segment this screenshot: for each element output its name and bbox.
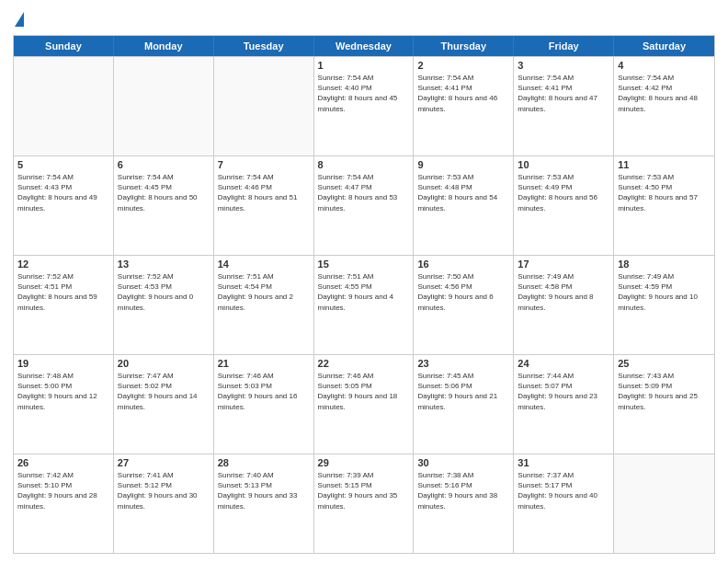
day-info: Sunrise: 7:48 AMSunset: 5:00 PMDaylight:… [17,371,109,412]
cal-cell: 30Sunrise: 7:38 AMSunset: 5:16 PMDayligh… [414,454,514,553]
header-monday: Monday [114,36,214,56]
day-info: Sunrise: 7:54 AMSunset: 4:41 PMDaylight:… [417,73,509,114]
cal-cell: 8Sunrise: 7:54 AMSunset: 4:47 PMDaylight… [314,156,415,255]
day-number: 29 [318,457,410,468]
day-info: Sunrise: 7:45 AMSunset: 5:06 PMDaylight:… [417,371,509,412]
day-number: 4 [618,60,711,71]
day-number: 21 [218,358,310,369]
day-number: 2 [417,60,509,71]
day-info: Sunrise: 7:52 AMSunset: 4:51 PMDaylight:… [17,271,109,313]
day-number: 14 [218,259,310,270]
logo-triangle-icon [15,12,24,27]
cal-cell: 10Sunrise: 7:53 AMSunset: 4:49 PMDayligh… [514,156,614,255]
day-number: 20 [118,358,210,369]
day-number: 9 [417,159,509,170]
day-info: Sunrise: 7:53 AMSunset: 4:49 PMDaylight:… [518,172,609,213]
week-row-4: 19Sunrise: 7:48 AMSunset: 5:00 PMDayligh… [14,354,714,454]
cal-cell: 27Sunrise: 7:41 AMSunset: 5:12 PMDayligh… [114,454,214,553]
day-number: 25 [618,358,711,369]
day-number: 28 [218,457,310,468]
day-info: Sunrise: 7:38 AMSunset: 5:16 PMDaylight:… [417,470,509,511]
week-row-5: 26Sunrise: 7:42 AMSunset: 5:10 PMDayligh… [14,454,714,553]
day-info: Sunrise: 7:54 AMSunset: 4:47 PMDaylight:… [318,172,410,213]
cal-cell: 5Sunrise: 7:54 AMSunset: 4:43 PMDaylight… [14,156,114,255]
cal-cell: 3Sunrise: 7:54 AMSunset: 4:41 PMDaylight… [514,57,614,155]
cal-cell: 18Sunrise: 7:49 AMSunset: 4:59 PMDayligh… [614,256,714,354]
logo [13,13,24,29]
cal-cell: 29Sunrise: 7:39 AMSunset: 5:15 PMDayligh… [314,454,415,553]
cal-cell: 7Sunrise: 7:54 AMSunset: 4:46 PMDaylight… [214,156,314,255]
day-number: 19 [17,358,109,369]
day-number: 6 [118,159,210,170]
cal-cell: 22Sunrise: 7:46 AMSunset: 5:05 PMDayligh… [314,355,415,454]
cal-cell: 31Sunrise: 7:37 AMSunset: 5:17 PMDayligh… [514,454,614,553]
day-number: 1 [318,60,410,71]
day-number: 7 [218,159,310,170]
page: SundayMondayTuesdayWednesdayThursdayFrid… [0,0,728,563]
cal-cell: 14Sunrise: 7:51 AMSunset: 4:54 PMDayligh… [214,256,314,354]
day-number: 5 [17,159,109,170]
week-row-2: 5Sunrise: 7:54 AMSunset: 4:43 PMDaylight… [14,155,714,255]
cal-cell: 25Sunrise: 7:43 AMSunset: 5:09 PMDayligh… [614,355,714,454]
day-info: Sunrise: 7:44 AMSunset: 5:07 PMDaylight:… [518,371,609,412]
cal-cell: 2Sunrise: 7:54 AMSunset: 4:41 PMDaylight… [414,57,514,155]
cal-cell: 24Sunrise: 7:44 AMSunset: 5:07 PMDayligh… [514,355,614,454]
day-number: 31 [518,457,609,468]
cal-cell: 15Sunrise: 7:51 AMSunset: 4:55 PMDayligh… [314,256,415,354]
day-info: Sunrise: 7:40 AMSunset: 5:13 PMDaylight:… [218,470,310,511]
cal-cell: 26Sunrise: 7:42 AMSunset: 5:10 PMDayligh… [14,454,114,553]
cal-cell: 21Sunrise: 7:46 AMSunset: 5:03 PMDayligh… [214,355,314,454]
day-info: Sunrise: 7:53 AMSunset: 4:48 PMDaylight:… [417,172,509,213]
day-number: 16 [417,259,509,270]
calendar-header: SundayMondayTuesdayWednesdayThursdayFrid… [14,36,714,56]
header-saturday: Saturday [614,36,714,56]
day-info: Sunrise: 7:37 AMSunset: 5:17 PMDaylight:… [518,470,609,511]
cal-cell: 6Sunrise: 7:54 AMSunset: 4:45 PMDaylight… [114,156,214,255]
day-number: 15 [318,259,410,270]
day-number: 8 [318,159,410,170]
day-info: Sunrise: 7:49 AMSunset: 4:59 PMDaylight:… [618,271,711,313]
cal-cell: 17Sunrise: 7:49 AMSunset: 4:58 PMDayligh… [514,256,614,354]
day-info: Sunrise: 7:42 AMSunset: 5:10 PMDaylight:… [17,470,109,511]
cal-cell: 11Sunrise: 7:53 AMSunset: 4:50 PMDayligh… [614,156,714,255]
week-row-1: 1Sunrise: 7:54 AMSunset: 4:40 PMDaylight… [14,56,714,155]
cal-cell: 28Sunrise: 7:40 AMSunset: 5:13 PMDayligh… [214,454,314,553]
day-number: 17 [518,259,609,270]
day-info: Sunrise: 7:54 AMSunset: 4:45 PMDaylight:… [118,172,210,213]
day-number: 18 [618,259,711,270]
day-number: 11 [618,159,711,170]
day-info: Sunrise: 7:54 AMSunset: 4:42 PMDaylight:… [618,73,711,114]
day-info: Sunrise: 7:46 AMSunset: 5:03 PMDaylight:… [218,371,310,412]
day-info: Sunrise: 7:52 AMSunset: 4:53 PMDaylight:… [118,271,210,313]
day-number: 24 [518,358,609,369]
cal-cell: 12Sunrise: 7:52 AMSunset: 4:51 PMDayligh… [14,256,114,354]
day-info: Sunrise: 7:50 AMSunset: 4:56 PMDaylight:… [417,271,509,313]
day-number: 30 [417,457,509,468]
day-info: Sunrise: 7:43 AMSunset: 5:09 PMDaylight:… [618,371,711,412]
cal-cell: 20Sunrise: 7:47 AMSunset: 5:02 PMDayligh… [114,355,214,454]
day-info: Sunrise: 7:54 AMSunset: 4:41 PMDaylight:… [518,73,609,114]
calendar: SundayMondayTuesdayWednesdayThursdayFrid… [13,35,715,554]
day-info: Sunrise: 7:54 AMSunset: 4:43 PMDaylight:… [17,172,109,213]
day-number: 13 [118,259,210,270]
header-thursday: Thursday [414,36,514,56]
day-info: Sunrise: 7:47 AMSunset: 5:02 PMDaylight:… [118,371,210,412]
cal-cell [114,57,214,155]
day-info: Sunrise: 7:46 AMSunset: 5:05 PMDaylight:… [318,371,410,412]
day-info: Sunrise: 7:49 AMSunset: 4:58 PMDaylight:… [518,271,609,313]
day-number: 23 [417,358,509,369]
header [13,9,715,29]
cal-cell: 19Sunrise: 7:48 AMSunset: 5:00 PMDayligh… [14,355,114,454]
cal-cell: 4Sunrise: 7:54 AMSunset: 4:42 PMDaylight… [614,57,714,155]
header-sunday: Sunday [14,36,114,56]
header-wednesday: Wednesday [314,36,415,56]
day-number: 12 [17,259,109,270]
day-number: 10 [518,159,609,170]
day-info: Sunrise: 7:54 AMSunset: 4:46 PMDaylight:… [218,172,310,213]
day-number: 3 [518,60,609,71]
cal-cell [214,57,314,155]
day-info: Sunrise: 7:41 AMSunset: 5:12 PMDaylight:… [118,470,210,511]
cal-cell: 13Sunrise: 7:52 AMSunset: 4:53 PMDayligh… [114,256,214,354]
day-number: 27 [118,457,210,468]
cal-cell: 23Sunrise: 7:45 AMSunset: 5:06 PMDayligh… [414,355,514,454]
